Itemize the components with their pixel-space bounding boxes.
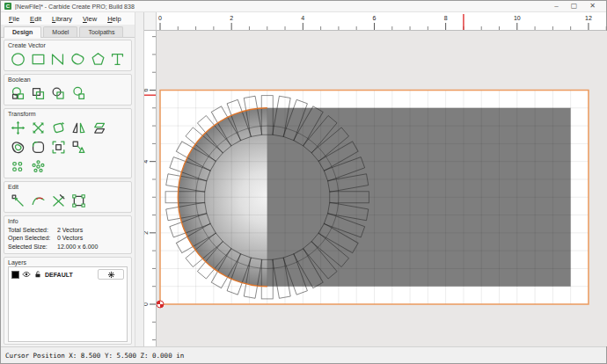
menu-item-help[interactable]: Help [103, 14, 125, 24]
tool-boolean-intersect[interactable] [48, 84, 69, 103]
layers-group: Layers DEFAULT [4, 257, 132, 345]
tool-move[interactable] [8, 118, 28, 137]
text-icon [109, 51, 126, 68]
layers-list: DEFAULT [8, 266, 128, 342]
tool-boolean-union[interactable] [8, 84, 28, 103]
polyline-icon [49, 51, 66, 68]
tool-trim[interactable] [28, 191, 48, 210]
rectangle-icon [30, 51, 47, 68]
tool-grid-array[interactable] [8, 157, 28, 176]
close-button[interactable]: ✕ [589, 2, 596, 11]
circular-array-icon [30, 158, 47, 175]
tool-polygon[interactable] [88, 49, 108, 69]
svg-text:8: 8 [444, 15, 448, 21]
design-panel: Create VectorBooleanTransformEdit Info T… [1, 38, 135, 346]
maximize-button[interactable]: ▢ [571, 2, 578, 11]
info-open-selected: Open Selected: 0 Vectors [8, 235, 128, 241]
skew-icon [91, 120, 107, 136]
tool-scale[interactable] [28, 118, 48, 137]
unlock-icon[interactable] [33, 270, 42, 279]
tool-circular-array[interactable] [28, 157, 48, 176]
layer-color-swatch[interactable] [11, 271, 19, 279]
vertical-ruler: 0246 [144, 31, 157, 346]
trim-icon [30, 193, 47, 209]
tool-fillet[interactable] [28, 137, 48, 157]
panel-splitter[interactable] [135, 12, 144, 346]
design-canvas[interactable] [157, 31, 607, 346]
minimize-button[interactable]: – [554, 2, 558, 11]
layer-name[interactable]: DEFAULT [45, 272, 95, 278]
circle-icon [10, 51, 26, 68]
tab-bar: DesignModelToolpaths [1, 25, 135, 38]
tool-circle[interactable] [8, 49, 28, 69]
offset-icon [10, 139, 26, 156]
node-edit-icon [10, 193, 26, 209]
canvas-area: 024681012 0246 [144, 12, 606, 346]
svg-text:0: 0 [144, 302, 149, 306]
tool-align[interactable] [48, 137, 69, 157]
info-value: 12.000 x 6.000 [57, 244, 98, 250]
group-label: Edit [8, 184, 128, 190]
curve-icon [69, 51, 86, 68]
origin-marker[interactable] [157, 301, 164, 308]
boolean-subtract-icon [30, 85, 47, 102]
info-label: Selected Size: [8, 244, 57, 250]
tool-node-edit[interactable] [8, 191, 28, 210]
horizontal-ruler: 024681012 [157, 12, 607, 30]
tool-skew[interactable] [89, 118, 109, 137]
ruler-corner [144, 12, 157, 30]
cut-icon [50, 193, 67, 209]
menu-item-library[interactable]: Library [48, 14, 77, 24]
tool-boolean-subtract[interactable] [28, 84, 48, 103]
gear-icon [107, 271, 115, 279]
cursor-position-readout: Cursor Position X: 8.500 Y: 5.500 Z: 0.0… [5, 352, 184, 360]
svg-text:0: 0 [158, 15, 162, 21]
group-label: Boolean [8, 76, 128, 83]
tool-offset[interactable] [8, 137, 28, 157]
info-selected-size: Selected Size: 12.000 x 6.000 [8, 244, 128, 250]
eye-icon[interactable] [22, 270, 31, 279]
group-boolean: Boolean [4, 74, 132, 106]
tool-array-copy[interactable] [69, 137, 89, 157]
menu-item-edit[interactable]: Edit [26, 14, 46, 24]
title-bar: C [NewFile]* - Carbide Create PRO; Build… [1, 1, 606, 12]
group-label: Create Vector [8, 42, 128, 48]
svg-text:2: 2 [230, 15, 233, 21]
svg-text:10: 10 [514, 15, 521, 21]
tool-curve[interactable] [68, 49, 88, 69]
info-label: Open Selected: [8, 235, 57, 241]
window-title: [NewFile]* - Carbide Create PRO; Build 8… [15, 4, 554, 10]
boundary-icon [70, 193, 87, 209]
tab-toolpaths[interactable]: Toolpaths [79, 26, 123, 37]
tool-text[interactable] [107, 49, 128, 69]
array-copy-icon [70, 139, 87, 156]
svg-text:2: 2 [144, 231, 149, 235]
polygon-icon [90, 51, 106, 68]
fillet-icon [30, 139, 47, 156]
tool-cut[interactable] [48, 191, 69, 210]
info-label: Total Selected: [8, 227, 57, 233]
tool-mirror[interactable] [69, 118, 89, 137]
menu-item-view[interactable]: View [78, 14, 101, 24]
boolean-intersect-icon [50, 85, 67, 102]
tool-polyline[interactable] [48, 49, 68, 69]
tool-boolean-xor[interactable] [69, 84, 89, 103]
boolean-xor-icon [70, 85, 87, 102]
menu-bar: FileEditLibraryViewHelp [1, 12, 135, 25]
app-icon: C [4, 3, 11, 10]
info-group: Info Total Selected: 2 Vectors Open Sele… [4, 215, 132, 254]
layer-row[interactable]: DEFAULT [9, 267, 127, 281]
layer-settings-button[interactable] [98, 269, 124, 280]
tool-boundary[interactable] [69, 191, 89, 210]
tab-design[interactable]: Design [4, 26, 41, 38]
svg-text:4: 4 [301, 15, 304, 21]
layers-group-label: Layers [8, 259, 128, 266]
tab-model[interactable]: Model [43, 26, 77, 37]
group-label: Transform [8, 111, 128, 117]
menu-item-file[interactable]: File [4, 14, 24, 24]
info-total-selected: Total Selected: 2 Vectors [8, 227, 128, 233]
tool-rotate[interactable] [48, 118, 69, 137]
svg-text:6: 6 [373, 15, 377, 21]
grid-array-icon [10, 158, 26, 175]
tool-rectangle[interactable] [28, 49, 48, 69]
